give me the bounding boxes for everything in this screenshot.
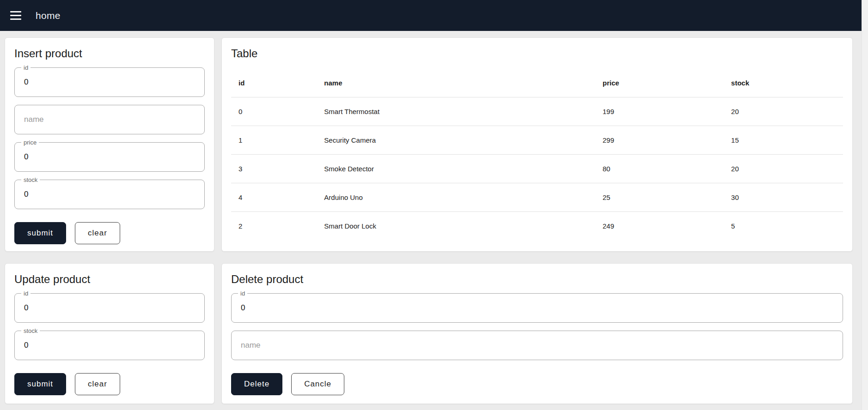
table-row: 2 Smart Door Lock 249 5 (231, 212, 843, 241)
insert-product-card: Insert product id price stock submit cle… (5, 37, 214, 252)
scrollbar-track[interactable] (862, 0, 868, 410)
table-row: 4 Arduino Uno 25 30 (231, 183, 843, 212)
delete-name-field (231, 331, 843, 360)
insert-clear-button[interactable]: clear (75, 222, 120, 244)
main-content: Insert product id price stock submit cle… (0, 31, 868, 404)
delete-button-row: Delete Cancle (231, 373, 843, 395)
update-submit-button[interactable]: submit (14, 373, 66, 395)
delete-name-input[interactable] (232, 331, 843, 360)
table-row: 3 Smoke Detector 80 20 (231, 155, 843, 183)
insert-price-field: price (14, 142, 205, 172)
table-card: Table id name price stock 0 Smart Thermo… (221, 37, 853, 252)
cell-name: Smart Door Lock (317, 212, 595, 241)
cell-stock: 20 (724, 155, 843, 183)
insert-price-label: price (21, 139, 39, 146)
delete-button[interactable]: Delete (231, 373, 282, 395)
table-header-row: id name price stock (231, 67, 843, 97)
cell-id: 0 (231, 97, 317, 126)
update-product-title: Update product (14, 273, 205, 286)
cell-stock: 5 (724, 212, 843, 241)
table-row: 0 Smart Thermostat 199 20 (231, 97, 843, 126)
cell-name: Smart Thermostat (317, 97, 595, 126)
table-title: Table (231, 47, 843, 60)
insert-price-input[interactable] (15, 143, 204, 171)
cell-name: Smoke Detector (317, 155, 595, 183)
insert-id-field: id (14, 67, 205, 97)
delete-product-title: Delete product (231, 273, 843, 286)
insert-name-input[interactable] (15, 105, 204, 134)
cell-price: 25 (595, 183, 724, 212)
cell-id: 1 (231, 126, 317, 155)
cell-price: 299 (595, 126, 724, 155)
insert-id-label: id (21, 64, 31, 72)
insert-product-title: Insert product (14, 47, 205, 60)
cell-name: Security Camera (317, 126, 595, 155)
column-header-price: price (595, 67, 724, 97)
insert-name-field (14, 105, 205, 134)
app-bar: home (0, 0, 868, 31)
update-stock-label: stock (21, 327, 40, 335)
cell-stock: 30 (724, 183, 843, 212)
delete-product-card: Delete product id Delete Cancle (221, 263, 853, 404)
cell-price: 199 (595, 97, 724, 126)
menu-icon[interactable] (10, 11, 21, 20)
delete-id-field: id (231, 293, 843, 323)
delete-id-input[interactable] (232, 294, 843, 322)
column-header-id: id (231, 67, 317, 97)
menu-icon-bar (10, 15, 21, 16)
update-stock-field: stock (14, 331, 205, 360)
update-clear-button[interactable]: clear (75, 373, 120, 395)
table-row: 1 Security Camera 299 15 (231, 126, 843, 155)
cell-stock: 20 (724, 97, 843, 126)
column-header-name: name (317, 67, 595, 97)
menu-icon-bar (10, 11, 21, 12)
insert-submit-button[interactable]: submit (14, 222, 66, 244)
insert-stock-input[interactable] (15, 180, 204, 209)
products-table: id name price stock 0 Smart Thermostat 1… (231, 67, 843, 240)
delete-id-label: id (238, 289, 247, 297)
update-id-label: id (21, 289, 31, 297)
column-header-stock: stock (724, 67, 843, 97)
update-id-field: id (14, 293, 205, 323)
insert-stock-field: stock (14, 180, 205, 209)
cell-id: 4 (231, 183, 317, 212)
cancel-button[interactable]: Cancle (291, 373, 344, 395)
cell-name: Arduino Uno (317, 183, 595, 212)
page-title: home (36, 10, 61, 21)
cell-stock: 15 (724, 126, 843, 155)
menu-icon-bar (10, 18, 21, 20)
insert-stock-label: stock (21, 176, 40, 184)
cell-id: 2 (231, 212, 317, 241)
cell-id: 3 (231, 155, 317, 183)
update-stock-input[interactable] (15, 331, 204, 360)
update-product-card: Update product id stock submit clear (5, 263, 214, 404)
cell-price: 80 (595, 155, 724, 183)
insert-button-row: submit clear (14, 222, 205, 244)
update-id-input[interactable] (15, 294, 204, 322)
cell-price: 249 (595, 212, 724, 241)
insert-id-input[interactable] (15, 68, 204, 96)
update-button-row: submit clear (14, 373, 205, 395)
